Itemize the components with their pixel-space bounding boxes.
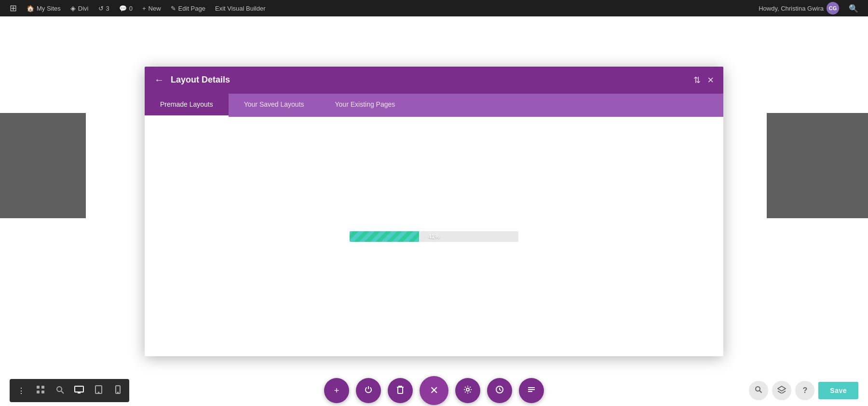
toolbar-layers-button[interactable] — [772, 381, 791, 400]
tab-existing-pages[interactable]: Your Existing Pages — [320, 94, 411, 117]
svg-rect-6 — [75, 386, 83, 392]
admin-bar: ⊞ 🏠 My Sites ◈ Divi ↺ 3 💬 0 + New ✎ Edit… — [0, 0, 868, 16]
grid-icon — [36, 385, 45, 396]
progress-label: 41% — [428, 233, 440, 240]
sort-icon[interactable]: ⇅ — [693, 75, 701, 85]
my-sites-label: My Sites — [37, 5, 61, 12]
counter-icon: ↺ — [98, 5, 104, 12]
close-icon: ✕ — [430, 384, 438, 397]
counter-value: 3 — [106, 5, 109, 12]
counter-item[interactable]: ↺ 3 — [95, 0, 113, 16]
svg-point-10 — [98, 392, 99, 393]
sort-icon — [528, 385, 535, 396]
sort-layouts-button[interactable] — [519, 378, 544, 403]
svg-rect-2 — [37, 391, 40, 393]
modal-back-button[interactable]: ← — [154, 74, 164, 85]
mobile-icon — [115, 385, 121, 396]
toolbar-search-button[interactable] — [50, 381, 69, 400]
modal-overlay: ← Layout Details ⇅ × Premade Layouts You… — [0, 16, 868, 406]
add-module-button[interactable]: + — [324, 378, 349, 403]
toolbar-search-right-button[interactable] — [749, 381, 768, 400]
modal-tabs: Premade Layouts Your Saved Layouts Your … — [145, 94, 723, 117]
edit-page-label: Edit Page — [178, 5, 205, 12]
toolbar-mobile-button[interactable] — [108, 381, 127, 400]
modal-header: ← Layout Details ⇅ × — [145, 67, 723, 94]
tab-saved-layouts[interactable]: Your Saved Layouts — [229, 94, 320, 117]
svg-line-19 — [760, 391, 762, 393]
search-icon — [56, 386, 64, 396]
plus-center-icon: + — [334, 386, 339, 396]
search-right-icon — [755, 386, 762, 395]
svg-rect-3 — [41, 391, 44, 393]
history-button[interactable] — [487, 378, 512, 403]
comments-item[interactable]: 💬 0 — [115, 0, 136, 16]
power-icon — [364, 385, 373, 396]
avatar: CG — [827, 2, 839, 14]
divi-label: Divi — [78, 5, 89, 12]
tab-premade-layouts[interactable]: Premade Layouts — [145, 94, 229, 117]
toolbar-tablet-button[interactable] — [89, 381, 108, 400]
modal-close-button[interactable]: × — [707, 75, 714, 85]
progress-container: 41% — [350, 231, 518, 242]
progress-bar-track: 41% — [350, 231, 518, 242]
history-icon — [495, 385, 504, 396]
plus-icon: + — [142, 5, 146, 12]
exit-builder-item[interactable]: Exit Visual Builder — [211, 0, 270, 16]
admin-search-icon[interactable]: 🔍 — [845, 4, 862, 13]
edit-page-item[interactable]: ✎ Edit Page — [167, 0, 209, 16]
divi-item[interactable]: ◈ Divi — [67, 0, 93, 16]
admin-bar-right: Howdy, Christina Gwira CG 🔍 — [755, 0, 862, 16]
svg-rect-1 — [41, 386, 44, 389]
toolbar-desktop-button[interactable] — [69, 381, 89, 400]
tablet-icon — [95, 385, 102, 396]
layout-details-modal: ← Layout Details ⇅ × Premade Layouts You… — [145, 67, 723, 356]
modal-body: 41% — [145, 117, 723, 356]
trash-icon — [396, 385, 404, 396]
svg-rect-0 — [37, 386, 40, 389]
toolbar-right-section: ? Save — [749, 381, 858, 400]
comments-value: 0 — [129, 5, 133, 12]
divi-icon: ◈ — [70, 4, 76, 12]
svg-point-18 — [756, 387, 760, 391]
svg-point-4 — [57, 387, 62, 392]
user-greeting-text: Howdy, Christina Gwira — [759, 5, 824, 12]
svg-line-5 — [61, 391, 64, 393]
toolbar-help-button[interactable]: ? — [795, 381, 814, 400]
modal-header-actions: ⇅ × — [693, 75, 714, 85]
help-icon: ? — [802, 386, 807, 395]
delete-button[interactable] — [388, 378, 413, 403]
power-button[interactable] — [356, 378, 381, 403]
svg-marker-20 — [778, 386, 786, 391]
new-item[interactable]: + New — [138, 0, 165, 16]
builder-toolbar: ⋮ — [0, 375, 868, 406]
exit-builder-label: Exit Visual Builder — [215, 5, 266, 12]
dots-icon: ⋮ — [17, 386, 25, 395]
toolbar-grid-button[interactable] — [31, 381, 50, 400]
save-button[interactable]: Save — [818, 382, 858, 399]
settings-icon — [463, 385, 472, 396]
svg-point-13 — [466, 388, 469, 391]
wp-logo-icon: ⊞ — [10, 3, 17, 14]
my-sites-item[interactable]: 🏠 My Sites — [23, 0, 65, 16]
desktop-icon — [74, 386, 84, 395]
toolbar-left-section: ⋮ — [10, 379, 129, 402]
new-label: New — [149, 5, 161, 12]
wp-logo-item[interactable]: ⊞ — [6, 0, 21, 16]
progress-bar-fill — [350, 231, 419, 242]
layers-icon — [777, 386, 786, 395]
svg-point-12 — [117, 392, 118, 393]
toolbar-center-section: + ✕ — [324, 376, 544, 405]
modal-title: Layout Details — [171, 75, 693, 85]
page-content: ← Layout Details ⇅ × Premade Layouts You… — [0, 16, 868, 406]
pencil-icon: ✎ — [171, 5, 176, 12]
settings-button[interactable] — [455, 378, 480, 403]
user-greeting[interactable]: Howdy, Christina Gwira CG — [755, 0, 843, 16]
close-builder-button[interactable]: ✕ — [420, 376, 448, 405]
sites-icon: 🏠 — [27, 5, 34, 12]
comments-icon: 💬 — [119, 5, 127, 12]
toolbar-dots-button[interactable]: ⋮ — [12, 381, 31, 400]
